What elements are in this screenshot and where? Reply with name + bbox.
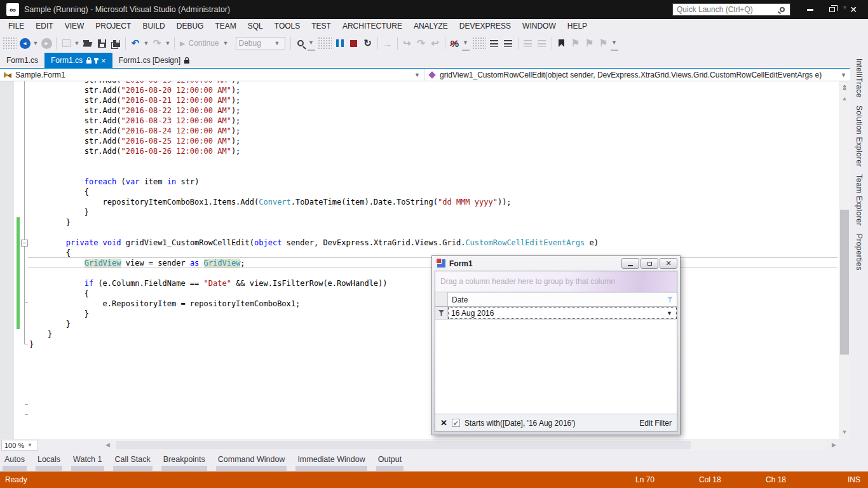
form1-window[interactable]: Form1 ✕ Drag a column header here to gro… [431,255,681,435]
step-over-button[interactable]: ↷ [414,36,428,51]
tool-tab-output[interactable]: Output [376,454,404,471]
tab-list-dropdown[interactable]: ▾ [843,4,846,11]
tool-tab-command-window[interactable]: Command Window [216,454,287,471]
horizontal-scrollbar-thumb[interactable] [116,441,691,449]
code-line[interactable]: foreach (var item in str) [29,177,839,187]
code-text[interactable]: str.Add("2016-08-19 12:00:00 AM"); str.A… [0,81,839,349]
new-item-dropdown[interactable]: ▼ [73,36,81,51]
form1-close-button[interactable]: ✕ [660,258,677,269]
quick-launch-box[interactable] [672,3,790,16]
menu-sql[interactable]: SQL [242,19,269,33]
tab-form1-cs-design-2[interactable]: Form1.cs [Design] [112,53,196,68]
type-dropdown[interactable]: Sample.Form1 ▼ [0,69,424,81]
navigate-backward-button[interactable]: ◄ [18,36,32,51]
scroll-up-button[interactable]: ▲ [839,94,850,103]
menu-tools[interactable]: TOOLS [269,19,306,33]
open-file-button[interactable] [81,36,95,51]
quick-launch-input[interactable] [673,5,780,14]
step-out-button[interactable]: ↩ [428,36,442,51]
code-line[interactable] [29,156,839,166]
filter-enabled-checkbox[interactable]: ✔ [452,419,460,427]
code-line[interactable]: str.Add("2016-08-23 12:00:00 AM"); [29,116,839,126]
save-all-button[interactable] [109,36,123,51]
code-line[interactable]: str.Add("2016-08-20 12:00:00 AM"); [29,85,839,95]
form1-maximize-button[interactable] [641,258,658,269]
editor-splitter-handle[interactable]: ⇕ [839,83,850,93]
tool-tab-locals[interactable]: Locals [36,454,62,471]
undo-dropdown[interactable]: ▼ [142,36,150,51]
menu-window[interactable]: WINDOW [517,19,562,33]
code-line[interactable]: repositoryItemComboBox1.Items.Add(Conver… [29,197,839,207]
code-line[interactable]: str.Add("2016-08-22 12:00:00 AM"); [29,105,839,116]
side-tab-intellitrace[interactable]: IntelliTrace [855,58,864,98]
group-by-panel[interactable]: Drag a column header here to group by th… [435,271,677,292]
side-tab-team-explorer[interactable]: Team Explorer [855,174,864,226]
navigate-forward-button[interactable]: ► [39,36,53,51]
column-header-date[interactable]: Date [448,292,677,306]
code-line[interactable]: private void gridView1_CustomRowCellEdit… [29,238,839,248]
code-line[interactable]: } [29,207,839,217]
tab-form1-cs-1[interactable]: Form1.cs× [44,53,112,68]
menu-file[interactable]: FILE [3,19,30,33]
indent-decrease-button[interactable] [487,36,501,51]
texteditor-toolbar-overflow[interactable]: ▼ [611,36,618,51]
texteditor-toolbar-grip[interactable] [472,37,486,50]
vertical-scrollbar-thumb[interactable] [840,210,849,355]
tool-tab-breakpoints[interactable]: Breakpoints [161,454,207,471]
clear-filter-button[interactable]: ✕ [440,418,447,428]
code-line[interactable]: } [29,217,839,227]
menu-view[interactable]: VIEW [59,19,90,33]
menu-debug[interactable]: DEBUG [171,19,210,33]
minimize-button[interactable] [799,3,821,17]
code-editor[interactable]: − str.Add("2016-08-19 12:00:00 AM"); str… [0,81,839,439]
comment-selection-button[interactable] [521,36,535,51]
save-button[interactable] [95,36,109,51]
menu-help[interactable]: HELP [562,19,593,33]
show-next-statement-button[interactable]: → [381,36,395,51]
code-line[interactable] [29,166,839,177]
redo-dropdown[interactable]: ▼ [164,36,172,51]
edit-filter-button[interactable]: Edit Filter [639,419,672,428]
clear-bookmarks-button[interactable]: ⚑ [597,36,611,51]
form1-title-bar[interactable]: Form1 ✕ [432,256,680,271]
menu-build[interactable]: BUILD [137,19,170,33]
next-bookmark-button[interactable]: ⚑ [583,36,597,51]
pin-icon[interactable] [95,58,97,64]
debug-toolbar-overflow[interactable]: ▼ [462,36,470,51]
zoom-level-dropdown[interactable]: 100 % ▼ [1,440,38,451]
close-icon[interactable]: × [101,57,106,65]
code-line[interactable] [29,227,839,238]
member-dropdown[interactable]: gridView1_CustomRowCellEdit(object sende… [424,69,850,81]
code-line[interactable]: str.Add("2016-08-21 12:00:00 AM"); [29,95,839,105]
code-line[interactable]: str.Add("2016-08-25 12:00:00 AM"); [29,136,839,146]
menu-devexpress[interactable]: DEVEXPRESS [454,19,517,33]
scroll-left-button[interactable]: ◀ [105,442,110,448]
side-tab-properties[interactable]: Properties [855,234,864,271]
menu-architecture[interactable]: ARCHITECTURE [337,19,408,33]
grid-data-area[interactable] [435,320,677,414]
break-all-button[interactable] [333,36,347,51]
tool-tab-watch-1[interactable]: Watch 1 [71,454,104,471]
code-line[interactable]: str.Add("2016-08-24 12:00:00 AM"); [29,126,839,136]
uncomment-selection-button[interactable] [535,36,549,51]
column-filter-icon[interactable] [667,297,673,302]
menu-analyze[interactable]: ANALYZE [408,19,454,33]
form1-minimize-button[interactable] [621,258,639,269]
combo-dropdown-button[interactable]: ▼ [667,310,674,316]
standard-toolbar-overflow[interactable]: ▼ [308,36,315,51]
previous-bookmark-button[interactable]: ⚑ [569,36,583,51]
tool-tab-call-stack[interactable]: Call Stack [113,454,153,471]
debug-toolbar-grip[interactable] [318,37,332,50]
redo-button[interactable]: ↷ [150,36,164,51]
indent-increase-button[interactable] [501,36,515,51]
tool-tab-autos[interactable]: Autos [3,454,27,471]
restore-button[interactable] [821,3,843,17]
filter-cell-editor[interactable]: 16 Aug 2016 ▼ [448,307,677,319]
navigate-backward-dropdown[interactable]: ▼ [32,36,39,51]
menu-team[interactable]: TEAM [209,19,241,33]
continue-button[interactable]: ▶Continue▼ [180,36,231,51]
debug-target-combo[interactable]: Debug▼ [236,37,285,50]
menu-test[interactable]: TEST [306,19,337,33]
restart-button[interactable]: ↻ [361,36,375,51]
toggle-bookmark-button[interactable] [555,36,569,51]
